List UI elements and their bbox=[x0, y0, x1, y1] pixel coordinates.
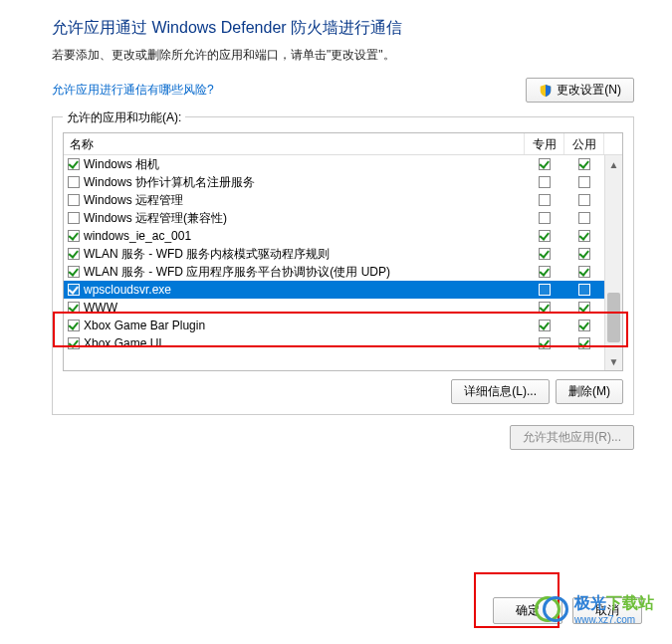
row-name-label: wpscloudsvr.exe bbox=[84, 281, 171, 299]
public-checkbox[interactable] bbox=[578, 302, 590, 314]
row-enable-checkbox[interactable] bbox=[68, 158, 80, 170]
table-row[interactable]: Windows 相机 bbox=[64, 155, 604, 173]
cancel-button[interactable]: 取消 bbox=[572, 597, 642, 624]
row-name-label: Xbox Game Bar Plugin bbox=[84, 317, 205, 334]
public-checkbox[interactable] bbox=[578, 284, 590, 296]
private-checkbox[interactable] bbox=[539, 284, 551, 296]
row-name-label: Windows 远程管理(兼容性) bbox=[84, 209, 227, 227]
risk-link[interactable]: 允许应用进行通信有哪些风险? bbox=[52, 82, 214, 99]
row-enable-checkbox[interactable] bbox=[68, 248, 80, 260]
row-enable-checkbox[interactable] bbox=[68, 302, 80, 314]
groupbox-label: 允许的应用和功能(A): bbox=[63, 110, 185, 124]
col-name-header[interactable]: 名称 bbox=[64, 133, 525, 154]
table-row[interactable]: windows_ie_ac_001 bbox=[64, 227, 604, 245]
public-checkbox[interactable] bbox=[578, 320, 590, 331]
scroll-down-button[interactable]: ▼ bbox=[605, 352, 622, 370]
remove-button[interactable]: 删除(M) bbox=[556, 379, 623, 404]
private-checkbox[interactable] bbox=[539, 337, 551, 349]
table-row[interactable]: WLAN 服务 - WFD 服务内核模式驱动程序规则 bbox=[64, 245, 604, 263]
public-checkbox[interactable] bbox=[578, 212, 590, 224]
table-row[interactable]: Windows 远程管理 bbox=[64, 191, 604, 209]
ok-button[interactable]: 确定 bbox=[493, 597, 562, 624]
public-checkbox[interactable] bbox=[578, 266, 590, 278]
private-checkbox[interactable] bbox=[539, 212, 551, 224]
scroll-thumb[interactable] bbox=[607, 293, 620, 342]
scroll-track[interactable] bbox=[605, 173, 622, 352]
table-row[interactable]: Xbox Game UI bbox=[64, 334, 604, 352]
private-checkbox[interactable] bbox=[539, 176, 551, 188]
table-row[interactable]: WWW bbox=[64, 299, 604, 317]
table-row[interactable]: wpscloudsvr.exe bbox=[64, 281, 604, 299]
row-enable-checkbox[interactable] bbox=[68, 320, 80, 331]
row-name-label: windows_ie_ac_001 bbox=[84, 227, 191, 245]
row-enable-checkbox[interactable] bbox=[68, 284, 80, 296]
shield-icon bbox=[539, 84, 553, 98]
table-row[interactable]: WLAN 服务 - WFD 应用程序服务平台协调协议(使用 UDP) bbox=[64, 263, 604, 281]
public-checkbox[interactable] bbox=[578, 176, 590, 188]
private-checkbox[interactable] bbox=[539, 158, 551, 170]
table-row[interactable]: Windows 协作计算机名注册服务 bbox=[64, 173, 604, 191]
list-header: 名称 专用 公用 bbox=[64, 133, 622, 155]
allow-other-app-button[interactable]: 允许其他应用(R)... bbox=[510, 425, 634, 450]
row-enable-checkbox[interactable] bbox=[68, 230, 80, 242]
public-checkbox[interactable] bbox=[578, 158, 590, 170]
row-name-label: Windows 远程管理 bbox=[84, 191, 183, 209]
public-checkbox[interactable] bbox=[578, 337, 590, 349]
private-checkbox[interactable] bbox=[539, 248, 551, 260]
row-enable-checkbox[interactable] bbox=[68, 194, 80, 206]
private-checkbox[interactable] bbox=[539, 194, 551, 206]
private-checkbox[interactable] bbox=[539, 302, 551, 314]
row-name-label: Windows 协作计算机名注册服务 bbox=[84, 173, 255, 191]
row-enable-checkbox[interactable] bbox=[68, 212, 80, 224]
allowed-apps-groupbox: 允许的应用和功能(A): 名称 专用 公用 Windows 相机Windows … bbox=[52, 116, 634, 415]
public-checkbox[interactable] bbox=[578, 230, 590, 242]
scroll-up-button[interactable]: ▲ bbox=[605, 155, 622, 173]
apps-list[interactable]: 名称 专用 公用 Windows 相机Windows 协作计算机名注册服务Win… bbox=[63, 132, 623, 371]
public-checkbox[interactable] bbox=[578, 248, 590, 260]
row-name-label: WLAN 服务 - WFD 应用程序服务平台协调协议(使用 UDP) bbox=[84, 263, 390, 281]
row-enable-checkbox[interactable] bbox=[68, 176, 80, 188]
details-button[interactable]: 详细信息(L)... bbox=[451, 379, 550, 404]
public-checkbox[interactable] bbox=[578, 194, 590, 206]
page-title: 允许应用通过 Windows Defender 防火墙进行通信 bbox=[52, 18, 634, 39]
page-subtitle: 若要添加、更改或删除所允许的应用和端口，请单击"更改设置"。 bbox=[52, 47, 634, 64]
scrollbar[interactable]: ▲ ▼ bbox=[604, 155, 622, 370]
col-private-header[interactable]: 专用 bbox=[525, 133, 564, 154]
table-row[interactable]: Xbox Game Bar Plugin bbox=[64, 317, 604, 334]
row-name-label: WWW bbox=[84, 299, 117, 317]
row-enable-checkbox[interactable] bbox=[68, 266, 80, 278]
private-checkbox[interactable] bbox=[539, 230, 551, 242]
row-name-label: Xbox Game UI bbox=[84, 334, 162, 352]
change-settings-button[interactable]: 更改设置(N) bbox=[526, 78, 634, 103]
table-row[interactable]: Windows 远程管理(兼容性) bbox=[64, 209, 604, 227]
row-name-label: WLAN 服务 - WFD 服务内核模式驱动程序规则 bbox=[84, 245, 330, 263]
row-enable-checkbox[interactable] bbox=[68, 337, 80, 349]
change-settings-label: 更改设置(N) bbox=[557, 82, 621, 99]
col-public-header[interactable]: 公用 bbox=[564, 133, 604, 154]
row-name-label: Windows 相机 bbox=[84, 155, 159, 173]
private-checkbox[interactable] bbox=[539, 320, 551, 331]
private-checkbox[interactable] bbox=[539, 266, 551, 278]
